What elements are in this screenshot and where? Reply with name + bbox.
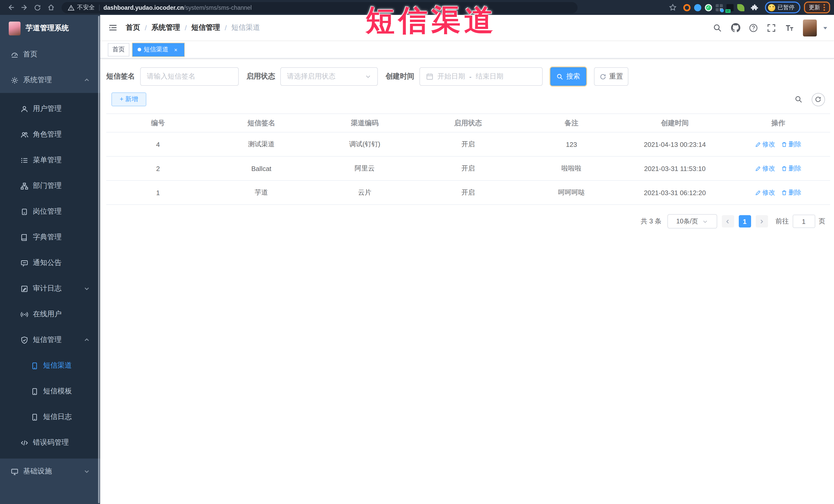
fullscreen-icon[interactable]: [767, 23, 776, 32]
active-tag-dot: [137, 48, 141, 51]
book-icon: [21, 234, 28, 241]
sidebar-item-users[interactable]: 用户管理: [0, 96, 100, 122]
url-path[interactable]: /system/sms/sms-channel: [184, 4, 252, 10]
phone-icon: [31, 388, 39, 395]
trash-icon: [782, 141, 787, 147]
edit-link[interactable]: 修改: [755, 164, 775, 173]
extension-on-badge-icon[interactable]: [726, 4, 733, 11]
add-button[interactable]: + 新增: [111, 92, 146, 106]
not-secure-label[interactable]: 不安全: [77, 4, 95, 11]
browser-home-icon[interactable]: [44, 2, 58, 13]
sign-input[interactable]: 请输入短信签名: [140, 67, 239, 86]
tag-close-icon[interactable]: ×: [173, 46, 179, 53]
not-secure-warning-icon[interactable]: [68, 4, 74, 10]
search-button[interactable]: 搜索: [550, 67, 586, 86]
sidebar-item-roles[interactable]: 角色管理: [0, 122, 100, 147]
font-size-icon[interactable]: [785, 23, 794, 32]
sidebar-logo-row[interactable]: 芋道管理系统: [0, 15, 100, 42]
page-number-1[interactable]: 1: [739, 215, 751, 227]
breadcrumb-separator: /: [185, 24, 187, 32]
sidebar-item-dict[interactable]: 字典管理: [0, 224, 100, 250]
sidebar-item-notice[interactable]: 通知公告: [0, 250, 100, 276]
extensions-puzzle-icon[interactable]: [748, 2, 761, 13]
sidebar-item-sms-channel[interactable]: 短信渠道: [0, 353, 100, 378]
browser-menu-icon[interactable]: [823, 4, 825, 11]
cell-sign: 芋道: [210, 181, 313, 204]
gear-icon: [11, 76, 19, 84]
cell-remark: 呵呵呵哒: [520, 181, 623, 204]
profile-paused-badge[interactable]: 已暂停: [765, 2, 800, 13]
cell-operation: 修改 删除: [726, 132, 830, 156]
start-date-placeholder: 开始日期: [437, 72, 465, 81]
next-page-button[interactable]: [755, 215, 768, 227]
extension-orange-icon[interactable]: [683, 4, 690, 11]
sidebar-item-sms-template[interactable]: 短信模板: [0, 378, 100, 404]
avatar-caret-down-icon[interactable]: [822, 25, 828, 30]
page-content: 短信签名 请输入短信签名 启用状态 请选择启用状态 创建时间 开始日期 - 结束…: [100, 59, 834, 228]
org-tree-icon: [21, 182, 28, 190]
tag-home[interactable]: 首页: [108, 43, 129, 56]
breadcrumb: 首页 / 系统管理 / 短信管理 / 短信渠道: [126, 23, 260, 32]
sidebar-menu: 首页 系统管理 用户管理: [0, 42, 100, 504]
cell-remark: 啦啦啦: [520, 157, 623, 180]
sidebar-item-sms-log[interactable]: 短信日志: [0, 404, 100, 430]
toolbar-right: [792, 93, 825, 106]
sidebar-item-label: 错误码管理: [33, 438, 69, 447]
status-select[interactable]: 请选择启用状态: [280, 67, 378, 86]
extension-grid-icon[interactable]: [716, 4, 723, 11]
url-host[interactable]: dashboard.yudao.iocoder.cn: [104, 4, 184, 10]
sidebar-item-audit-log[interactable]: 审计日志: [0, 276, 100, 302]
cell-status: 开启: [416, 157, 520, 180]
create-time-label: 创建时间: [386, 72, 414, 81]
browser-extensions-area: ✓ 已暂停 更新: [666, 2, 830, 13]
bookmark-star-icon[interactable]: [666, 2, 679, 13]
refresh-table-icon[interactable]: [811, 93, 825, 106]
extension-pin-icon[interactable]: [694, 4, 701, 11]
page-size-value: 10条/页: [676, 217, 698, 226]
toggle-search-icon[interactable]: [792, 93, 805, 106]
sidebar-item-error-code[interactable]: 错误码管理: [0, 430, 100, 456]
search-button-label: 搜索: [566, 72, 580, 81]
sidebar-item-sms[interactable]: 短信管理: [0, 327, 100, 353]
prev-page-button[interactable]: [722, 215, 734, 227]
sidebar-item-home[interactable]: 首页: [0, 42, 100, 67]
delete-link[interactable]: 删除: [782, 188, 802, 197]
monitor-icon: [11, 467, 19, 475]
sidebar-item-menus[interactable]: 菜单管理: [0, 147, 100, 173]
page-size-select[interactable]: 10条/页: [667, 214, 717, 228]
user-avatar[interactable]: [803, 19, 816, 36]
github-icon[interactable]: [731, 23, 740, 32]
goto-page-input[interactable]: [792, 215, 815, 228]
message-icon: [21, 259, 28, 267]
shield-icon: [21, 336, 28, 344]
sidebar-item-label: 短信管理: [33, 335, 62, 345]
address-bar[interactable]: 不安全 dashboard.yudao.iocoder.cn/system/sm…: [62, 2, 577, 13]
breadcrumb-system[interactable]: 系统管理: [151, 23, 180, 32]
tag-sms-channel[interactable]: 短信渠道 ×: [132, 43, 184, 56]
hamburger-icon[interactable]: [108, 23, 118, 33]
cell-code: 阿里云: [313, 157, 416, 180]
extension-leaf-icon[interactable]: [737, 4, 744, 11]
sidebar-item-posts[interactable]: 岗位管理: [0, 199, 100, 224]
browser-back-icon[interactable]: [4, 2, 18, 13]
reset-button[interactable]: 重置: [594, 67, 629, 86]
browser-forward-icon[interactable]: [18, 2, 31, 13]
sidebar-item-infra[interactable]: 基础设施: [0, 459, 100, 484]
header-search-icon[interactable]: [713, 23, 722, 32]
delete-link[interactable]: 删除: [782, 164, 802, 173]
extension-check-icon[interactable]: ✓: [705, 4, 712, 11]
sidebar-item-departments[interactable]: 部门管理: [0, 173, 100, 199]
browser-reload-icon[interactable]: [31, 2, 44, 13]
chrome-update-button[interactable]: 更新: [804, 2, 830, 13]
sidebar-item-online-users[interactable]: 在线用户: [0, 302, 100, 327]
breadcrumb-home[interactable]: 首页: [126, 23, 140, 32]
help-icon[interactable]: [749, 23, 758, 32]
delete-link[interactable]: 删除: [782, 140, 802, 149]
edit-link[interactable]: 修改: [755, 188, 775, 197]
date-range-picker[interactable]: 开始日期 - 结束日期: [419, 67, 543, 86]
breadcrumb-separator: /: [225, 24, 227, 32]
edit-link[interactable]: 修改: [755, 140, 775, 149]
sign-placeholder: 请输入短信签名: [147, 72, 195, 81]
breadcrumb-sms[interactable]: 短信管理: [192, 23, 220, 32]
sidebar-item-system[interactable]: 系统管理: [0, 67, 100, 93]
